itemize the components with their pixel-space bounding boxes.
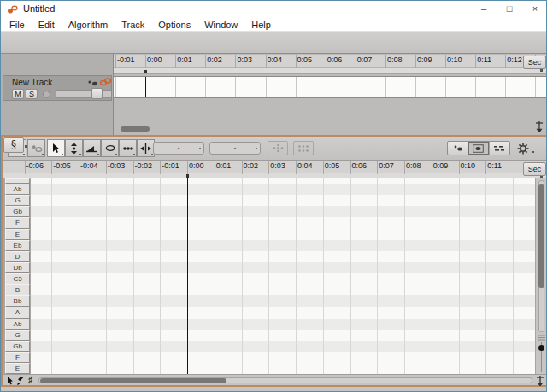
mute-button[interactable]: M (12, 89, 24, 99)
track-volume-handle[interactable] (91, 88, 103, 99)
pitch-label-cell[interactable]: D (5, 251, 30, 262)
pitch-label-cell[interactable]: Db (5, 262, 30, 273)
algorithm-link-icon[interactable] (99, 77, 112, 87)
gear-dropdown-dot[interactable] (532, 151, 534, 153)
pitch-label-cell[interactable]: E (5, 229, 30, 240)
show-multi-blob-segment[interactable] (490, 142, 509, 155)
arrow-tool-icon (51, 143, 61, 154)
track-timeline-ruler[interactable]: -0:010:000:010:020:030:040:050:060:070:0… (114, 55, 547, 74)
track-ruler-tick (115, 55, 116, 68)
track-height-resize-icon[interactable] (534, 120, 544, 132)
pitch-label-cell[interactable]: F (5, 352, 30, 363)
quantize-time-button[interactable] (293, 141, 314, 155)
editor-ruler-tick (133, 161, 134, 174)
settings-gear-icon[interactable] (517, 143, 529, 155)
editor-grid-line (133, 178, 134, 374)
show-outlined-blob-segment[interactable] (468, 142, 489, 155)
amplitude-tool-button[interactable] (101, 139, 119, 157)
track-name[interactable]: New Track (12, 78, 52, 87)
pitch-label-cell[interactable]: F (5, 217, 30, 228)
pitch-label-cell[interactable]: Ab (5, 184, 30, 195)
menu-item-edit[interactable]: Edit (32, 20, 62, 30)
pencil-mode-icon[interactable] (17, 377, 26, 385)
track-ruler-tick (235, 55, 236, 68)
pitch-label-cell[interactable]: B (5, 284, 30, 295)
track-lane-gridline (235, 77, 236, 97)
vzoom-slider-handle[interactable] (538, 345, 544, 351)
track-lane-gridline (205, 77, 206, 97)
menu-item-track[interactable]: Track (115, 20, 151, 30)
time-grid-dropdown[interactable]: - (209, 142, 261, 155)
editor-ruler-tick (242, 161, 243, 174)
track-ruler-tick (356, 55, 356, 68)
editor-grid-line (215, 178, 215, 374)
editor-vscroll (535, 178, 546, 374)
minimize-button[interactable]: – (471, 1, 497, 18)
sharp-mode-icon[interactable]: ♯ (28, 375, 32, 384)
pitch-label-cell[interactable]: C5 (5, 273, 30, 284)
track-lane-gridline (445, 77, 446, 97)
main-tool-button[interactable] (47, 139, 65, 157)
pitch-label-cell[interactable]: Bb (5, 295, 30, 307)
correct-pitch-button[interactable] (268, 141, 288, 155)
editor-height-resize-icon[interactable] (535, 375, 545, 386)
pitch-label-cell[interactable]: G (5, 195, 30, 206)
formant-tool-button[interactable] (83, 139, 101, 157)
show-single-blob-segment[interactable] (448, 142, 468, 155)
track-header[interactable]: New Track M S (3, 75, 112, 101)
editor-vscroll-thumb[interactable] (538, 184, 544, 288)
editor-ruler-tick-label: 0:08 (406, 161, 421, 170)
editor-ruler-tick-label: 0:07 (379, 161, 394, 170)
menu-item-algorithm[interactable]: Algorithm (62, 20, 115, 30)
track-ruler-tick-label: 0:11 (477, 56, 491, 64)
menu-item-window[interactable]: Window (197, 20, 244, 30)
menu-item-options[interactable]: Options (151, 20, 197, 30)
editor-ruler-tick-label: 0:11 (487, 161, 502, 170)
editor-ruler-tick-label: -0:02 (135, 161, 153, 170)
pitch-label-cell[interactable]: Eb (5, 240, 30, 251)
track-hscroll-thumb[interactable] (121, 126, 150, 132)
pitch-label-cell[interactable]: Gb (5, 341, 30, 352)
note-separation-tool-button[interactable] (137, 139, 155, 157)
solo-button[interactable]: S (26, 89, 38, 99)
editor-grid-line (106, 178, 107, 374)
editor-ruler-tick-label: -0:04 (80, 161, 98, 170)
editor-playhead (187, 178, 188, 374)
clef-button[interactable]: § (3, 137, 24, 153)
menu-item-file[interactable]: File (3, 20, 32, 30)
note-grid[interactable] (31, 178, 535, 374)
editor-ruler-tick (79, 161, 79, 174)
cursor-mode-icon[interactable] (7, 377, 14, 385)
editor-ruler-tick (51, 161, 52, 174)
track-ruler-unit-button[interactable]: Sec (523, 56, 546, 69)
pitch-ruler-column: AbGGbFEEbDDbC5BBbAAbGGbFE (3, 178, 31, 374)
track-lane[interactable] (114, 76, 547, 98)
track-blob-icon[interactable] (87, 79, 98, 87)
pitch-grid-dropdown[interactable]: - (153, 142, 204, 155)
editor-hscroll-thumb[interactable] (40, 378, 226, 383)
editor-timeline-ruler[interactable]: -0:06-0:05-0:04-0:03-0:02-0:010:000:010:… (3, 161, 546, 178)
track-ruler-tick-label: 0:07 (357, 56, 373, 64)
track-lane-gridline (505, 77, 506, 97)
menu-item-help[interactable]: Help (244, 20, 278, 30)
timing-tool-button[interactable] (119, 139, 137, 157)
editor-ruler-tick-label: -0:05 (53, 161, 71, 170)
close-button[interactable]: × (522, 1, 547, 18)
pitch-label-cell[interactable]: Gb (5, 206, 30, 217)
editor-grid-line (404, 178, 405, 374)
editor-ruler-unit-button[interactable]: Sec (523, 162, 546, 176)
pitch-label-cell[interactable]: Ab (5, 319, 30, 330)
track-lane-gridline (385, 77, 386, 97)
maximize-button[interactable]: □ (497, 1, 522, 18)
pitch-label-cell[interactable]: G (5, 330, 30, 341)
pitch-tool-button[interactable] (65, 139, 83, 157)
track-ruler-tick-label: 0:01 (177, 56, 192, 64)
track-volume-track[interactable] (56, 90, 112, 98)
editor-ruler-tick (377, 161, 378, 174)
track-ruler-tick-label: 0:05 (297, 56, 313, 64)
record-arm-button[interactable] (43, 91, 50, 98)
pitch-label-cell[interactable]: A (5, 307, 30, 318)
note-assignment-mode-button[interactable] (27, 139, 45, 157)
pitch-label-cell[interactable]: E (5, 363, 30, 374)
track-ruler-tick (326, 55, 326, 68)
